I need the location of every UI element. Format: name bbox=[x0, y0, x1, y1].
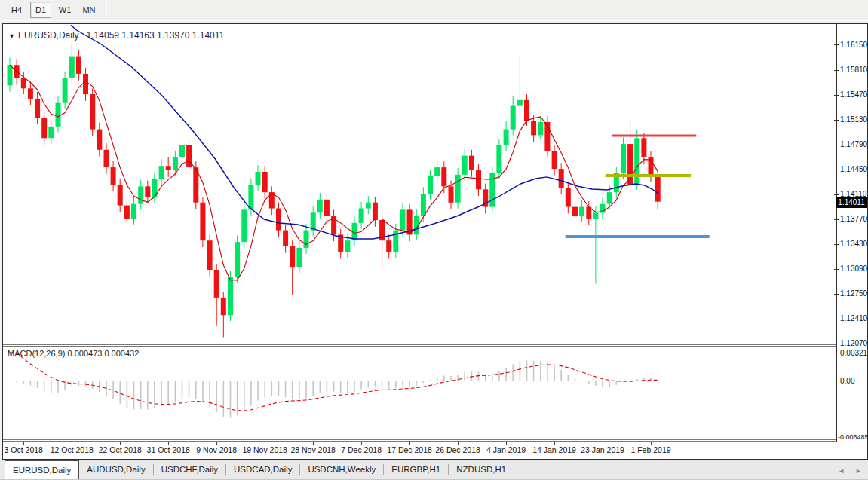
macd-tick-label: 0.003216 bbox=[840, 349, 868, 357]
timeframe-button-mn[interactable]: MN bbox=[78, 2, 100, 18]
trading-terminal: H4D1W1MN ▼EURUSD,Daily1.14059 1.14163 1.… bbox=[0, 0, 868, 480]
date-tick-label: 3 Oct 2018 bbox=[5, 445, 43, 454]
chart-symbol-label: EURUSD,Daily bbox=[18, 30, 79, 41]
price-tick-mark bbox=[834, 269, 839, 270]
macd-values: 0.000473 0.000432 bbox=[67, 349, 139, 358]
tab-scroll-left-icon[interactable]: ◄ bbox=[838, 467, 845, 475]
dropdown-arrow-icon[interactable]: ▼ bbox=[8, 32, 15, 40]
date-tick-label: 9 Nov 2018 bbox=[196, 445, 237, 454]
timeframe-toolbar: H4D1W1MN bbox=[0, 0, 868, 20]
date-tick-mark bbox=[120, 442, 121, 445]
price-tick-label: 1.15810 bbox=[840, 66, 867, 74]
date-tick-label: 31 Oct 2018 bbox=[147, 445, 190, 454]
date-tick-label: 22 Oct 2018 bbox=[99, 445, 142, 454]
price-tick-label: 1.14450 bbox=[840, 165, 867, 173]
chart-tab-usdchf[interactable]: USDCHF,Daily bbox=[154, 460, 225, 479]
chart-tabs-bar: EURUSD,DailyAUDUSD,DailyUSDCHF,DailyUSDC… bbox=[0, 460, 868, 480]
date-tick-mark bbox=[651, 442, 652, 445]
price-tick-label: 1.12750 bbox=[840, 289, 867, 298]
price-tick-mark bbox=[834, 294, 839, 295]
date-tick-mark bbox=[265, 442, 265, 445]
macd-canvas[interactable] bbox=[4, 347, 836, 439]
price-tick-label: 1.16150 bbox=[840, 41, 867, 49]
time-axis[interactable]: 3 Oct 201812 Oct 201822 Oct 201831 Oct 2… bbox=[4, 442, 836, 458]
date-tick-label: 17 Dec 2018 bbox=[387, 445, 432, 454]
date-tick-label: 1 Feb 2019 bbox=[630, 445, 670, 454]
date-tick-mark bbox=[603, 442, 603, 445]
price-tick-mark bbox=[834, 219, 839, 220]
price-tick-label: 1.15130 bbox=[840, 115, 867, 124]
price-tick-mark bbox=[834, 95, 839, 96]
date-tick-label: 19 Nov 2018 bbox=[242, 445, 287, 454]
price-tick-mark bbox=[834, 194, 839, 195]
date-tick-mark bbox=[168, 442, 169, 445]
date-tick-label: 28 Nov 2018 bbox=[290, 445, 336, 454]
chart-ohlc-quote: 1.14059 1.14163 1.13970 1.14011 bbox=[87, 30, 225, 41]
price-chart-canvas[interactable] bbox=[4, 25, 836, 344]
macd-tick-label: -0.006485 bbox=[838, 433, 868, 441]
price-tick-mark bbox=[834, 70, 839, 71]
price-axis[interactable]: 1.14011 1.161501.158101.154701.151301.14… bbox=[837, 24, 867, 459]
date-tick-mark bbox=[23, 442, 24, 445]
price-tick-label: 1.13090 bbox=[840, 264, 867, 273]
price-tick-mark bbox=[834, 344, 839, 344]
price-tick-label: 1.13430 bbox=[840, 240, 867, 248]
macd-indicator-label: MACD(12,26,9) 0.000473 0.000432 bbox=[8, 349, 139, 358]
chart-tab-eurusd[interactable]: EURUSD,Daily bbox=[5, 460, 79, 479]
price-tick-label: 1.13770 bbox=[840, 215, 867, 223]
date-tick-mark bbox=[554, 442, 555, 445]
date-tick-mark bbox=[409, 442, 410, 445]
tab-scroll-right-icon[interactable]: ► bbox=[855, 467, 862, 475]
price-tick-label: 1.12410 bbox=[840, 314, 867, 323]
price-tick-mark bbox=[834, 44, 839, 45]
date-tick-label: 4 Jan 2019 bbox=[486, 445, 526, 454]
chart-tab-audusd[interactable]: AUDUSD,Daily bbox=[79, 460, 152, 479]
date-tick-mark bbox=[361, 442, 362, 445]
chart-tab-usdcad[interactable]: USDCAD,Daily bbox=[226, 460, 299, 479]
timeframe-button-w1[interactable]: W1 bbox=[54, 2, 75, 18]
price-tick-label: 1.15470 bbox=[840, 90, 867, 99]
chart-tab-nzdusd[interactable]: NZDUSD,H1 bbox=[449, 460, 514, 479]
timeframe-button-d1[interactable]: D1 bbox=[30, 2, 51, 18]
price-tick-label: 1.12070 bbox=[840, 339, 867, 347]
current-price-badge: 1.14011 bbox=[836, 197, 867, 208]
price-tick-mark bbox=[834, 145, 839, 145]
timeframe-button-h4[interactable]: H4 bbox=[6, 2, 27, 18]
price-tick-mark bbox=[834, 319, 839, 319]
price-tick-label: 1.14790 bbox=[840, 140, 867, 148]
price-tick-mark bbox=[834, 170, 839, 170]
date-tick-mark bbox=[458, 442, 459, 445]
macd-name: MACD(12,26,9) bbox=[8, 349, 65, 358]
tab-scroll-controls: ◄► bbox=[838, 460, 862, 480]
date-tick-label: 12 Oct 2018 bbox=[51, 445, 94, 454]
chart-window: ▼EURUSD,Daily1.14059 1.14163 1.13970 1.1… bbox=[2, 23, 868, 460]
toolbar-separator bbox=[106, 2, 107, 17]
date-tick-mark bbox=[313, 442, 314, 445]
chart-title: ▼EURUSD,Daily1.14059 1.14163 1.13970 1.1… bbox=[8, 30, 224, 41]
date-tick-label: 23 Jan 2019 bbox=[581, 445, 624, 454]
date-tick-mark bbox=[506, 442, 507, 445]
price-tick-mark bbox=[834, 244, 839, 245]
date-tick-mark bbox=[216, 442, 217, 445]
price-tick-mark bbox=[834, 120, 839, 121]
macd-tick-label: 0.00 bbox=[840, 377, 854, 385]
date-tick-label: 26 Dec 2018 bbox=[435, 445, 480, 454]
chart-tab-eurgbp[interactable]: EURGBP,H1 bbox=[384, 460, 448, 479]
date-tick-mark bbox=[72, 442, 72, 445]
chart-tab-usdcnh[interactable]: USDCNH,Weekly bbox=[300, 460, 383, 479]
date-tick-label: 14 Jan 2019 bbox=[532, 445, 576, 454]
date-tick-label: 7 Dec 2018 bbox=[341, 445, 382, 454]
